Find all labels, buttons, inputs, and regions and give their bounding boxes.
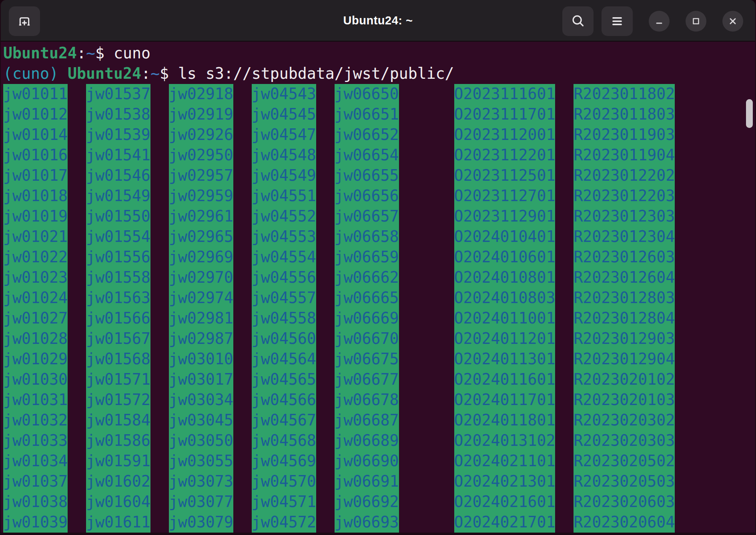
listing-cell: jw01591: [86, 451, 169, 471]
listing-cell: R2023012303: [574, 206, 675, 227]
listing-cell: jw02981: [169, 308, 252, 329]
directory-entry: O2024011301: [454, 349, 555, 369]
listing-cell: jw06675: [335, 349, 454, 369]
listing-cell: O2024021601: [454, 492, 574, 512]
listing-cell: O2024011201: [454, 329, 574, 349]
directory-entry: jw06669: [335, 308, 399, 329]
directory-entry: jw01566: [86, 308, 150, 329]
terminal-screen[interactable]: Ubuntu24:~$ cuno(cuno) Ubuntu24:~$ ls s3…: [1, 42, 755, 533]
directory-entry: jw06656: [335, 186, 399, 206]
directory-entry: R2023020102: [574, 369, 675, 390]
listing-cell: jw06655: [335, 166, 454, 186]
listing-cell: jw04566: [252, 390, 335, 410]
listing-cell: jw04547: [252, 125, 335, 145]
listing-cell: jw01023: [3, 268, 86, 288]
directory-entry: R2023012603: [574, 247, 675, 268]
listing-cell: O2024011801: [454, 410, 574, 431]
directory-entry: R2023012804: [574, 308, 675, 329]
search-button[interactable]: [562, 6, 594, 36]
listing-cell: jw01016: [3, 145, 86, 166]
listing-cell: jw01029: [3, 349, 86, 369]
listing-cell: jw02965: [169, 227, 252, 247]
listing-cell: jw03034: [169, 390, 252, 410]
terminal-text-segment: cuno: [114, 44, 150, 62]
window-title: Ubuntu24: ~: [343, 14, 413, 27]
minimize-button[interactable]: [649, 11, 670, 32]
listing-cell: jw01611: [86, 512, 169, 533]
directory-entry: O2023111701: [454, 104, 555, 125]
terminal-prompt-lines: Ubuntu24:~$ cuno(cuno) Ubuntu24:~$ ls s3…: [3, 43, 755, 84]
close-button[interactable]: [722, 11, 743, 32]
directory-entry: jw06675: [335, 349, 399, 369]
terminal-line: Ubuntu24:~$ cuno: [3, 43, 755, 64]
listing-cell: jw03010: [169, 349, 252, 369]
listing-cell: R2023012203: [574, 186, 675, 206]
listing-cell: jw01022: [3, 247, 86, 268]
directory-entry: jw01602: [86, 471, 150, 492]
directory-entry: jw03079: [169, 512, 233, 533]
hamburger-menu-icon: [609, 13, 625, 29]
terminal-text-segment: ls s3://stpubdata/jwst/public/: [178, 65, 454, 82]
listing-row: jw01012jw01538jw02919jw04545jw06651O2023…: [3, 104, 755, 125]
scrollbar-thumb[interactable]: [746, 99, 753, 128]
directory-entry: jw06662: [335, 268, 399, 288]
directory-entry: O2024011701: [454, 390, 555, 410]
directory-entry: O2023111601: [454, 84, 555, 104]
directory-entry: O2023112001: [454, 125, 555, 145]
directory-entry: jw02965: [169, 227, 233, 247]
directory-entry: jw01011: [3, 84, 68, 104]
directory-entry: R2023020103: [574, 390, 675, 410]
titlebar[interactable]: Ubuntu24: ~: [1, 0, 755, 42]
listing-cell: jw02974: [169, 288, 252, 308]
terminal-text-segment: :: [77, 44, 86, 62]
listing-cell: R2023020102: [574, 369, 675, 390]
listing-cell: jw04558: [252, 308, 335, 329]
directory-entry: O2023112701: [454, 186, 555, 206]
listing-cell: jw04564: [252, 349, 335, 369]
listing-cell: jw04545: [252, 104, 335, 125]
listing-cell: jw03050: [169, 431, 252, 451]
directory-entry: O2023112501: [454, 166, 555, 186]
listing-cell: jw02919: [169, 104, 252, 125]
listing-cell: O2024021301: [454, 471, 574, 492]
directory-entry: jw01537: [86, 84, 150, 104]
directory-entry: jw01028: [3, 329, 68, 349]
directory-entry: jw02926: [169, 125, 233, 145]
listing-cell: jw01021: [3, 227, 86, 247]
listing-row: jw01023jw01558jw02970jw04556jw06662O2024…: [3, 268, 755, 288]
listing-cell: O2023112901: [454, 206, 574, 227]
directory-entry: jw01029: [3, 349, 68, 369]
listing-cell: R2023020303: [574, 431, 675, 451]
directory-entry: jw02918: [169, 84, 233, 104]
listing-cell: jw01549: [86, 186, 169, 206]
listing-cell: jw06687: [335, 410, 454, 431]
menu-button[interactable]: [602, 6, 633, 36]
directory-entry: R2023020303: [574, 431, 675, 451]
directory-entry: jw01019: [3, 206, 68, 227]
directory-entry: jw06651: [335, 104, 399, 125]
listing-cell: jw03077: [169, 492, 252, 512]
directory-entry: jw06655: [335, 166, 399, 186]
maximize-button[interactable]: [686, 11, 706, 32]
listing-cell: jw06658: [335, 227, 454, 247]
listing-cell: jw01550: [86, 206, 169, 227]
directory-entry: jw04568: [252, 431, 316, 451]
directory-entry: O2023112201: [454, 145, 555, 166]
listing-cell: O2023111601: [454, 84, 574, 104]
listing-cell: jw06692: [335, 492, 454, 512]
directory-entry: O2024010601: [454, 247, 555, 268]
maximize-icon: [690, 15, 702, 28]
search-icon: [570, 13, 586, 29]
listing-cell: R2023020604: [574, 512, 675, 533]
listing-row: jw01018jw01549jw02959jw04551jw06656O2023…: [3, 186, 755, 206]
directory-entry: jw01558: [86, 268, 150, 288]
directory-entry: jw04560: [252, 329, 316, 349]
listing-cell: R2023011903: [574, 125, 675, 145]
listing-cell: jw06662: [335, 268, 454, 288]
listing-cell: O2024021701: [454, 512, 574, 533]
new-tab-button[interactable]: [9, 6, 40, 36]
listing-row: jw01027jw01566jw02981jw04558jw06669O2024…: [3, 308, 755, 329]
directory-entry: O2024010803: [454, 288, 555, 308]
listing-cell: jw01554: [86, 227, 169, 247]
listing-row: jw01019jw01550jw02961jw04552jw06657O2023…: [3, 206, 755, 227]
